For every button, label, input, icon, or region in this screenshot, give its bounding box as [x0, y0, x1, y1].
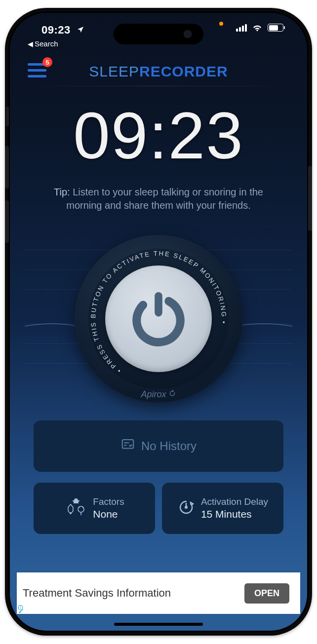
activation-label: Activation Delay: [201, 496, 268, 508]
refresh-icon: [168, 389, 176, 400]
power-side-button: [308, 166, 312, 231]
app-header: 5 SLEEPRECORDER: [10, 58, 307, 85]
back-to-search[interactable]: ◀ Search: [28, 39, 58, 48]
ad-banner[interactable]: i Treatment Savings Information OPEN: [17, 572, 300, 614]
mic-indicator-dot: [219, 22, 223, 26]
title-part2: RECORDER: [139, 63, 228, 79]
tip-body: Listen to your sleep talking or snoring …: [66, 187, 263, 211]
status-time: 09:23: [41, 24, 84, 37]
options-row: Factors None Activation Delay 1: [34, 483, 283, 534]
phone-frame: 09:23 ◀ Search: [5, 8, 312, 636]
cellular-signal-icon: [236, 24, 247, 32]
battery-icon: [268, 24, 283, 32]
factors-label: Factors: [93, 496, 124, 508]
location-arrow-icon: [77, 24, 84, 37]
factors-value: None: [93, 508, 124, 521]
back-label: Search: [35, 39, 58, 48]
volume-down-button: [5, 200, 9, 243]
history-icon: [120, 437, 135, 455]
back-caret-icon: ◀: [28, 40, 33, 48]
power-icon: [126, 286, 191, 352]
svg-rect-3: [122, 440, 134, 449]
app-title: SLEEPRECORDER: [89, 63, 228, 80]
factors-panel[interactable]: Factors None: [34, 483, 155, 534]
ad-text: Treatment Savings Information: [23, 587, 171, 600]
silent-switch: [6, 107, 9, 126]
dynamic-island: [114, 24, 203, 44]
tip-text: Tip: Listen to your sleep talking or sno…: [40, 186, 277, 212]
history-label: No History: [141, 439, 197, 453]
header-divider: [25, 86, 292, 86]
ad-info-icon[interactable]: i: [18, 605, 26, 613]
screen: 09:23 ◀ Search: [10, 13, 307, 631]
wifi-icon: [252, 24, 263, 32]
activation-value: 15 Minutes: [201, 508, 268, 521]
svg-rect-4: [74, 501, 79, 503]
activation-delay-panel[interactable]: Activation Delay 15 Minutes: [162, 483, 283, 534]
timer-icon: [177, 498, 195, 518]
tip-prefix: Tip:: [54, 187, 70, 197]
svg-point-5: [70, 512, 72, 514]
menu-button[interactable]: 5: [28, 61, 49, 79]
title-part1: SLEEP: [89, 63, 139, 79]
activate-sleep-button[interactable]: • PRESS THIS BUTTON TO ACTIVATE THE SLEE…: [75, 235, 242, 403]
history-panel[interactable]: No History: [34, 420, 283, 472]
svg-text:i: i: [20, 606, 21, 610]
svg-rect-2: [155, 292, 162, 316]
main-clock: 09:23: [10, 98, 307, 173]
factors-icon: [64, 497, 87, 519]
volume-up-button: [5, 146, 9, 189]
status-time-text: 09:23: [41, 24, 71, 36]
brand-text: Apirox: [141, 389, 166, 400]
home-indicator[interactable]: [114, 623, 203, 626]
ad-open-button[interactable]: OPEN: [244, 583, 289, 604]
menu-badge: 5: [42, 57, 52, 67]
brand-label: Apirox: [75, 389, 242, 400]
